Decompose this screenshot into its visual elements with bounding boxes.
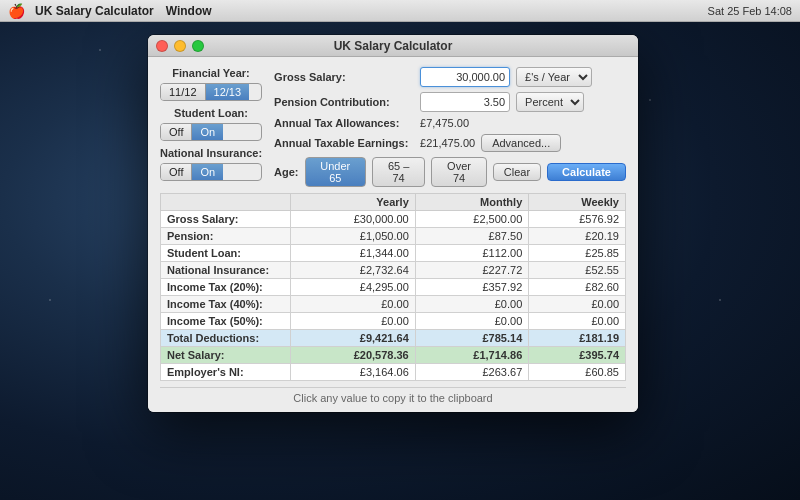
- ni-label: National Insurance:: [160, 147, 262, 159]
- main-window: UK Salary Calculator Financial Year: 11/…: [148, 35, 638, 412]
- row-label: National Insurance:: [161, 262, 291, 279]
- row-weekly[interactable]: £576.92: [529, 211, 626, 228]
- age-over74-button[interactable]: Over 74: [431, 157, 487, 187]
- table-row[interactable]: Employer's NI: £3,164.06 £263.67 £60.85: [161, 364, 626, 381]
- row-label: Student Loan:: [161, 245, 291, 262]
- row-weekly[interactable]: £25.85: [529, 245, 626, 262]
- apple-menu[interactable]: 🍎: [8, 3, 25, 19]
- table-row[interactable]: Student Loan: £1,344.00 £112.00 £25.85: [161, 245, 626, 262]
- row-yearly[interactable]: £20,578.36: [291, 347, 416, 364]
- advanced-button[interactable]: Advanced...: [481, 134, 561, 152]
- ni-selector[interactable]: Off On: [160, 163, 262, 181]
- row-yearly[interactable]: £0.00: [291, 296, 416, 313]
- row-label: Total Deductions:: [161, 330, 291, 347]
- age-65-74-button[interactable]: 65 – 74: [372, 157, 425, 187]
- ni-on[interactable]: On: [192, 164, 223, 180]
- student-loan-selector[interactable]: Off On: [160, 123, 262, 141]
- table-row[interactable]: Total Deductions: £9,421.64 £785.14 £181…: [161, 330, 626, 347]
- row-monthly[interactable]: £0.00: [415, 296, 529, 313]
- row-monthly[interactable]: £785.14: [415, 330, 529, 347]
- table-row[interactable]: Pension: £1,050.00 £87.50 £20.19: [161, 228, 626, 245]
- student-loan-off[interactable]: Off: [161, 124, 192, 140]
- row-weekly[interactable]: £52.55: [529, 262, 626, 279]
- table-row[interactable]: Gross Salary: £30,000.00 £2,500.00 £576.…: [161, 211, 626, 228]
- top-section: Financial Year: 11/12 12/13 Student Loan…: [160, 67, 626, 187]
- row-monthly[interactable]: £2,500.00: [415, 211, 529, 228]
- row-monthly[interactable]: £0.00: [415, 313, 529, 330]
- results-table: Yearly Monthly Weekly Gross Salary: £30,…: [160, 193, 626, 381]
- minimize-button[interactable]: [174, 40, 186, 52]
- app-menu-name[interactable]: UK Salary Calculator: [35, 4, 154, 18]
- menubar: 🍎 UK Salary Calculator Window Sat 25 Feb…: [0, 0, 800, 22]
- window-menu[interactable]: Window: [166, 4, 212, 18]
- student-loan-label: Student Loan:: [160, 107, 262, 119]
- row-monthly[interactable]: £227.72: [415, 262, 529, 279]
- student-loan-group: Student Loan: Off On: [160, 107, 262, 141]
- table-row[interactable]: National Insurance: £2,732.64 £227.72 £5…: [161, 262, 626, 279]
- left-controls: Financial Year: 11/12 12/13 Student Loan…: [160, 67, 262, 187]
- row-monthly[interactable]: £1,714.86: [415, 347, 529, 364]
- tax-allowances-row: Annual Tax Allowances: £7,475.00: [274, 117, 626, 129]
- ni-group: National Insurance: Off On: [160, 147, 262, 181]
- table-row[interactable]: Income Tax (20%): £4,295.00 £357.92 £82.…: [161, 279, 626, 296]
- gross-salary-unit-dropdown[interactable]: £'s / Year: [516, 67, 592, 87]
- table-row[interactable]: Net Salary: £20,578.36 £1,714.86 £395.74: [161, 347, 626, 364]
- row-label: Income Tax (40%):: [161, 296, 291, 313]
- row-yearly[interactable]: £3,164.06: [291, 364, 416, 381]
- row-yearly[interactable]: £0.00: [291, 313, 416, 330]
- row-weekly[interactable]: £0.00: [529, 313, 626, 330]
- row-weekly[interactable]: £0.00: [529, 296, 626, 313]
- row-weekly[interactable]: £181.19: [529, 330, 626, 347]
- row-yearly[interactable]: £1,344.00: [291, 245, 416, 262]
- financial-year-label: Financial Year:: [160, 67, 262, 79]
- fy-2011-2012[interactable]: 11/12: [161, 84, 206, 100]
- row-weekly[interactable]: £20.19: [529, 228, 626, 245]
- table-row[interactable]: Income Tax (40%): £0.00 £0.00 £0.00: [161, 296, 626, 313]
- row-label: Net Salary:: [161, 347, 291, 364]
- row-label: Pension:: [161, 228, 291, 245]
- calculate-button[interactable]: Calculate: [547, 163, 626, 181]
- close-button[interactable]: [156, 40, 168, 52]
- col-header-weekly: Weekly: [529, 194, 626, 211]
- col-header-monthly: Monthly: [415, 194, 529, 211]
- ni-off[interactable]: Off: [161, 164, 192, 180]
- row-monthly[interactable]: £112.00: [415, 245, 529, 262]
- gross-salary-row: Gross Salary: £'s / Year: [274, 67, 626, 87]
- pension-row: Pension Contribution: Percent: [274, 92, 626, 112]
- student-loan-on[interactable]: On: [192, 124, 223, 140]
- pension-input[interactable]: [420, 92, 510, 112]
- tax-allowances-value: £7,475.00: [420, 117, 469, 129]
- row-weekly[interactable]: £60.85: [529, 364, 626, 381]
- titlebar: UK Salary Calculator: [148, 35, 638, 57]
- fy-2012-2013[interactable]: 12/13: [206, 84, 250, 100]
- age-under65-button[interactable]: Under 65: [305, 157, 366, 187]
- row-monthly[interactable]: £357.92: [415, 279, 529, 296]
- tax-allowances-label: Annual Tax Allowances:: [274, 117, 414, 129]
- row-yearly[interactable]: £4,295.00: [291, 279, 416, 296]
- row-yearly[interactable]: £30,000.00: [291, 211, 416, 228]
- row-label: Employer's NI:: [161, 364, 291, 381]
- row-label: Income Tax (50%):: [161, 313, 291, 330]
- hint-text: Click any value to copy it to the clipbo…: [160, 387, 626, 404]
- gross-salary-input[interactable]: [420, 67, 510, 87]
- taxable-earnings-row: Annual Taxable Earnings: £21,475.00 Adva…: [274, 134, 626, 152]
- financial-year-selector[interactable]: 11/12 12/13: [160, 83, 262, 101]
- right-controls: Gross Salary: £'s / Year Pension Contrib…: [274, 67, 626, 187]
- clear-button[interactable]: Clear: [493, 163, 541, 181]
- window-content: Financial Year: 11/12 12/13 Student Loan…: [148, 57, 638, 412]
- table-row[interactable]: Income Tax (50%): £0.00 £0.00 £0.00: [161, 313, 626, 330]
- row-weekly[interactable]: £82.60: [529, 279, 626, 296]
- col-header-label: [161, 194, 291, 211]
- row-yearly[interactable]: £2,732.64: [291, 262, 416, 279]
- pension-label: Pension Contribution:: [274, 96, 414, 108]
- row-yearly[interactable]: £1,050.00: [291, 228, 416, 245]
- col-header-yearly: Yearly: [291, 194, 416, 211]
- row-monthly[interactable]: £263.67: [415, 364, 529, 381]
- maximize-button[interactable]: [192, 40, 204, 52]
- taxable-earnings-label: Annual Taxable Earnings:: [274, 137, 414, 149]
- financial-year-group: Financial Year: 11/12 12/13: [160, 67, 262, 101]
- row-yearly[interactable]: £9,421.64: [291, 330, 416, 347]
- row-monthly[interactable]: £87.50: [415, 228, 529, 245]
- pension-unit-dropdown[interactable]: Percent: [516, 92, 584, 112]
- row-weekly[interactable]: £395.74: [529, 347, 626, 364]
